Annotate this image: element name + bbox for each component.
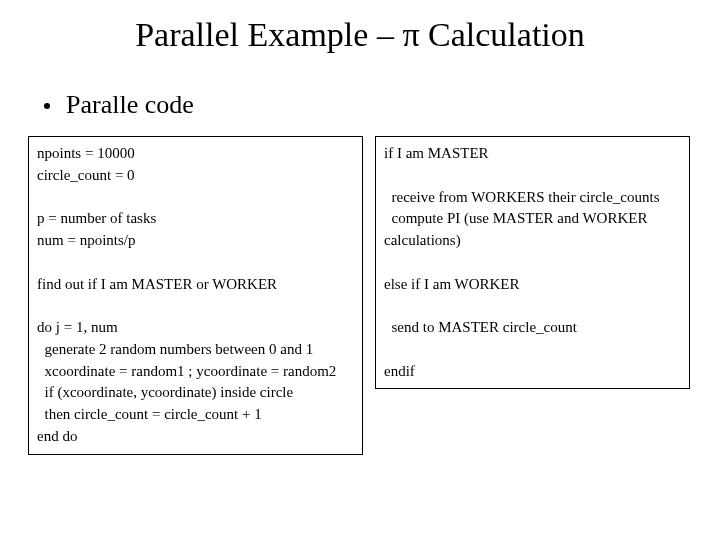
- left-code-box: npoints = 10000 circle_count = 0 p = num…: [28, 136, 363, 455]
- slide-title: Parallel Example – π Calculation: [0, 0, 720, 62]
- bullet-dot-icon: [44, 103, 50, 109]
- bullet-text: Paralle code: [66, 90, 194, 120]
- slide: Parallel Example – π Calculation Paralle…: [0, 0, 720, 540]
- code-columns: npoints = 10000 circle_count = 0 p = num…: [0, 120, 720, 455]
- bullet-item: Paralle code: [0, 62, 720, 120]
- right-code-box: if I am MASTER receive from WORKERS thei…: [375, 136, 690, 389]
